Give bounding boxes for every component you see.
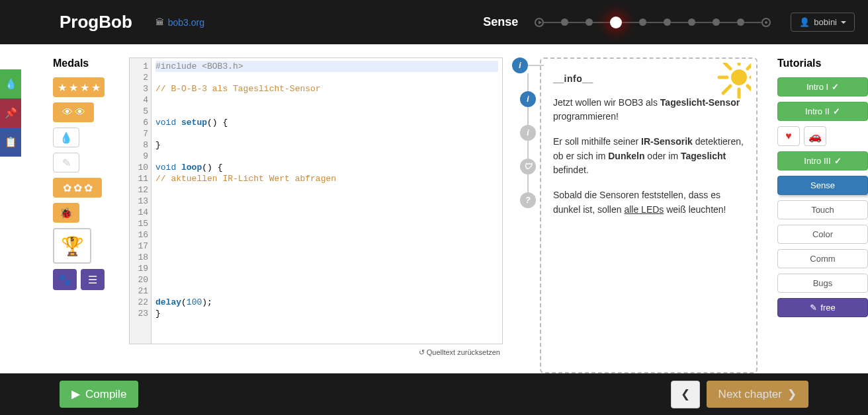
paw-button[interactable]: 🐾: [53, 269, 77, 290]
heart-icon: ♥: [785, 130, 792, 142]
side-tab-copy[interactable]: 📋: [0, 128, 21, 157]
star-icon: ★: [58, 81, 67, 94]
svg-line-6: [748, 86, 751, 92]
progress-dot-current[interactable]: [610, 17, 622, 28]
gear-icon: ✿: [73, 182, 82, 194]
svg-line-5: [724, 63, 730, 69]
svg-line-7: [723, 86, 730, 93]
side-tab-drop[interactable]: 💧: [0, 69, 21, 98]
sun-icon: [699, 63, 751, 109]
app-logo: ProgBob: [60, 12, 132, 32]
line-gutter: 1234567891011121314151617181920212223: [130, 58, 152, 344]
progress-dot[interactable]: [586, 19, 593, 26]
domain-link[interactable]: 🏛 bob3.org: [155, 17, 204, 28]
tutorial-free[interactable]: ✎ free: [777, 298, 868, 317]
progress-start-icon[interactable]: [535, 18, 544, 27]
menu-icon: ☰: [88, 274, 97, 286]
progress-dot[interactable]: [561, 19, 568, 26]
info-step-4[interactable]: 🛡: [520, 159, 536, 174]
progress-indicator: [535, 17, 771, 28]
chevron-left-icon: ❮: [681, 387, 690, 401]
bug-icon: 🐞: [60, 207, 73, 219]
tutorial-bugs[interactable]: Bugs: [777, 274, 868, 293]
info-step-5[interactable]: ?: [520, 192, 536, 208]
star-icon: ★: [91, 81, 101, 94]
svg-line-8: [748, 63, 751, 69]
gear-icon: ✿: [63, 182, 71, 194]
tutorial-comm[interactable]: Comm: [777, 249, 868, 268]
code-content[interactable]: #include <BOB3.h> // B-O-B-3 als Tagesli…: [152, 58, 502, 344]
progress-dot[interactable]: [713, 19, 720, 26]
progress-dot[interactable]: [737, 19, 744, 26]
code-editor[interactable]: 1234567891011121314151617181920212223 #i…: [129, 57, 503, 344]
medal-gears[interactable]: ✿✿✿: [53, 178, 102, 198]
menu-button[interactable]: ☰: [81, 269, 105, 290]
info-panel: __info__ Jetzt wollen wir BOB3 als Tages…: [540, 57, 758, 373]
info-step-1[interactable]: i: [512, 57, 528, 73]
pin-icon: 📌: [5, 107, 17, 119]
eye-icon: 👁: [62, 106, 73, 118]
tutorial-touch[interactable]: Touch: [777, 200, 868, 219]
chevron-right-icon: ❯: [787, 387, 797, 401]
compile-button[interactable]: ▶ Compile: [60, 381, 138, 408]
medal-wand-locked[interactable]: ✎: [53, 153, 79, 172]
user-menu-button[interactable]: 👤 bobini: [791, 13, 855, 32]
star-icon: ★: [80, 81, 89, 94]
check-icon: [832, 82, 839, 92]
trophy-number: 5: [70, 236, 73, 243]
tutorial-intro1[interactable]: Intro I: [777, 77, 868, 96]
star-icon: ★: [69, 81, 78, 94]
side-tab-pin[interactable]: 📌: [0, 98, 21, 128]
progress-end-icon[interactable]: [761, 18, 771, 27]
medal-eyes[interactable]: 👁👁: [53, 102, 94, 122]
tutorial-color[interactable]: Color: [777, 225, 868, 244]
tutorial-sense[interactable]: Sense: [777, 176, 868, 195]
medal-drop-locked[interactable]: 💧: [53, 128, 79, 147]
progress-dot[interactable]: [664, 19, 671, 26]
tutorial-heart[interactable]: ♥: [777, 126, 800, 146]
domain-text: bob3.org: [168, 17, 204, 28]
paw-icon: 🐾: [58, 274, 71, 286]
progress-dot[interactable]: [688, 19, 695, 26]
eye-icon: 👁: [75, 106, 85, 118]
tutorial-intro2[interactable]: Intro II: [777, 102, 868, 121]
tutorials-heading: Tutorials: [777, 57, 868, 69]
medal-bug[interactable]: 🐞: [53, 203, 79, 223]
next-label: Next chapter: [718, 388, 782, 401]
medal-stars[interactable]: ★★★★: [53, 77, 105, 97]
prev-chapter-button[interactable]: ❮: [671, 381, 700, 408]
tutorial-intro3[interactable]: Intro III: [777, 151, 868, 170]
check-icon: [833, 106, 840, 116]
info-step-2[interactable]: i: [520, 91, 536, 107]
fort-icon: 🏛: [155, 17, 164, 27]
user-name: bobini: [814, 17, 837, 27]
compile-label: Compile: [85, 388, 126, 401]
drop-icon: 💧: [5, 78, 17, 90]
reset-code-link[interactable]: ↺ Quelltext zurücksetzen: [129, 344, 503, 357]
wand-icon: ✎: [62, 157, 71, 169]
copy-icon: 📋: [5, 136, 17, 148]
play-icon: ▶: [71, 387, 80, 401]
progress-dot[interactable]: [639, 19, 646, 26]
user-icon: 👤: [799, 17, 810, 27]
svg-point-0: [731, 69, 747, 85]
edit-icon: ✎: [810, 303, 817, 313]
trophy-box[interactable]: 5 🏆: [53, 228, 91, 264]
info-step-nav: i i i 🛡 ?: [516, 57, 540, 373]
caret-down-icon: [841, 21, 846, 24]
medals-heading: Medals: [53, 57, 122, 69]
car-icon: 🚗: [808, 130, 822, 143]
gear-icon: ✿: [84, 182, 93, 194]
info-step-3[interactable]: i: [520, 125, 536, 141]
drop-icon: 💧: [60, 132, 73, 144]
next-chapter-button[interactable]: Next chapter ❯: [707, 381, 808, 408]
check-icon: [834, 156, 842, 166]
breadcrumb-current: Sense: [483, 15, 518, 29]
tutorial-car[interactable]: 🚗: [804, 126, 826, 146]
